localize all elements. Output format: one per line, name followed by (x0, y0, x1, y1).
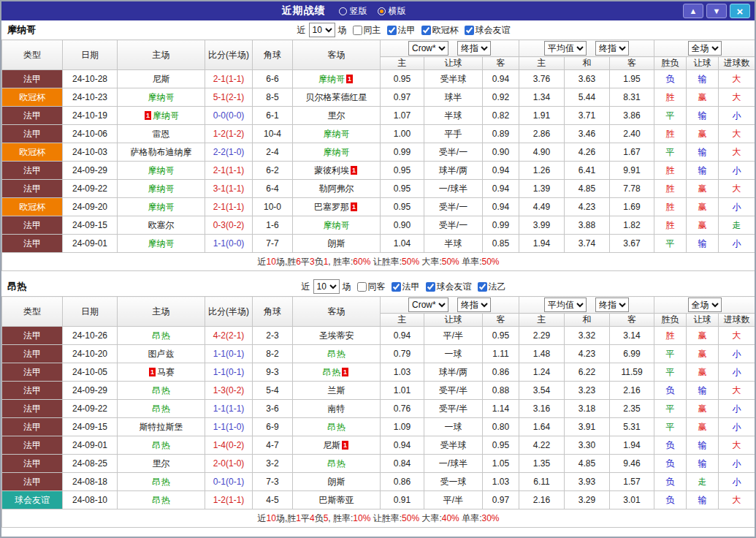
league-filter-3[interactable]: 球会友谊 (465, 24, 511, 37)
avg-select[interactable]: 平均值 (544, 41, 587, 56)
radio-horizontal-layout[interactable]: 横版 (378, 5, 406, 18)
avg-away: 9.46 (610, 455, 654, 473)
corner-count: 6-4 (253, 180, 293, 198)
league-filter-3-input[interactable] (478, 282, 487, 292)
summary-text: 50% (481, 257, 499, 267)
scroll-down-button[interactable]: ▼ (706, 4, 727, 18)
odds-handicap: 受一球 (424, 473, 483, 491)
avg-home: 4.22 (519, 436, 565, 455)
odds-company-select[interactable]: Crow* (408, 298, 448, 312)
avg-away: 3.14 (610, 327, 654, 345)
league-filter-2-input[interactable] (421, 26, 431, 35)
result-goals: 小 (719, 400, 755, 418)
odds-home: 0.97 (381, 88, 424, 107)
away-team: 巴斯蒂亚 (293, 491, 381, 509)
summary-text: 10 (267, 257, 276, 267)
league-filter-3-input[interactable] (465, 26, 474, 35)
result-handicap: 赢 (687, 180, 719, 198)
team-name: 昂热 (328, 422, 345, 432)
match-score: 1-1(0-1) (205, 345, 253, 363)
summary-text: 负 (315, 513, 324, 523)
match-date: 24-08-18 (63, 473, 118, 491)
avg-type-select[interactable]: 终指 (595, 298, 629, 312)
home-team: 雷恩 (118, 125, 205, 143)
summary-text: 大率: (419, 257, 442, 267)
match-date: 24-10-28 (63, 70, 118, 88)
result-goals: 小 (719, 455, 755, 473)
scope-select[interactable]: 全场 (688, 298, 722, 312)
result-goals: 大 (719, 180, 755, 198)
result-outcome: 负 (654, 473, 687, 491)
result-handicap: 赢 (687, 198, 719, 216)
summary-text: 场,胜 (276, 257, 296, 267)
avg-draw: 3.32 (565, 327, 610, 345)
league-filter-2-input[interactable] (426, 282, 435, 292)
result-outcome: 胜 (654, 88, 687, 107)
match-row: 法甲24-10-06雷恩1-2(1-2)10-4摩纳哥1.00平手0.892.8… (2, 125, 755, 143)
team-name: 昂热 (323, 367, 340, 377)
team-name: 摩纳哥 (324, 129, 350, 139)
avg-home: 1.64 (519, 418, 565, 436)
result-outcome: 胜 (654, 125, 687, 143)
red-card-badge: 1 (149, 368, 156, 376)
recent-count-select[interactable]: 10 (313, 279, 340, 294)
odds-handicap: 受半/一 (424, 216, 483, 235)
odds-type-select[interactable]: 终指 (457, 298, 491, 312)
away-team: 昂热 (293, 345, 381, 363)
league-filter-2[interactable]: 欧冠杯 (421, 24, 459, 37)
avg-select[interactable]: 平均值 (544, 298, 587, 312)
recent-count-select[interactable]: 10 (309, 23, 335, 37)
matches-tbody: 法甲24-10-28尼斯2-1(1-1)6-6摩纳哥10.95受半球0.943.… (2, 70, 755, 253)
odds-company-select[interactable]: Crow* (408, 41, 448, 56)
league-filter-2[interactable]: 球会友谊 (426, 281, 472, 293)
home-team: 摩纳哥 (118, 162, 205, 180)
avg-type-select[interactable]: 终指 (595, 41, 629, 56)
scroll-up-button[interactable]: ▲ (683, 4, 703, 18)
result-goals: 大 (719, 436, 755, 455)
league-badge: 球会友谊 (2, 491, 63, 509)
avg-home: 1.39 (519, 180, 565, 198)
match-row: 法甲24-10-191摩纳哥0-0(0-0)6-1里尔1.07半球0.821.9… (2, 107, 755, 125)
avg-draw: 3.29 (565, 491, 610, 509)
match-date: 24-10-19 (63, 107, 118, 125)
same-away-checkbox[interactable]: 同客 (357, 281, 386, 293)
radio-vertical-layout[interactable]: 竖版 (339, 5, 367, 18)
league-filter-1-input[interactable] (392, 282, 401, 292)
close-button[interactable]: × (730, 4, 750, 18)
same-home-input[interactable] (353, 26, 362, 35)
avg-away: 1.82 (610, 216, 654, 235)
avg-home: 1.24 (519, 363, 565, 382)
summary-cell: 近10场,胜1平4负5, 胜率:10% 让胜率:50% 大率:40% 单率:30… (2, 509, 755, 528)
same-away-input[interactable] (357, 282, 367, 292)
odds-handicap: 球半 (424, 88, 483, 107)
summary-text: 50% (402, 513, 419, 523)
league-badge: 法甲 (2, 363, 63, 382)
match-score: 1-1(0-0) (205, 235, 253, 253)
league-filter-1-input[interactable] (387, 26, 397, 35)
scope-select[interactable]: 全场 (688, 41, 722, 56)
team-name: 昂热 (328, 458, 345, 469)
away-team: 摩纳哥 (293, 216, 381, 235)
league-filter-3[interactable]: 法乙 (478, 281, 506, 293)
avg-draw: 3.74 (565, 235, 610, 253)
match-date: 24-10-06 (63, 125, 118, 143)
away-team: 贝尔格莱德红星 (293, 88, 381, 107)
league-badge: 欧冠杯 (2, 143, 63, 162)
league-filter-1[interactable]: 法甲 (392, 281, 420, 293)
result-outcome: 胜 (654, 180, 687, 198)
radio-vertical-label: 竖版 (350, 5, 367, 18)
radio-circle-icon (339, 7, 347, 15)
team-name: 欧塞尔 (148, 220, 175, 230)
team-name: 昂热 (328, 349, 345, 359)
odds-type-select[interactable]: 终指 (457, 41, 491, 56)
odds-home: 1.04 (381, 235, 424, 253)
home-team: 萨格勒布迪纳摩 (118, 143, 205, 162)
odds-handicap: 受半/一 (424, 198, 483, 216)
away-team: 摩纳哥 (293, 125, 381, 143)
team-name: 摩纳哥 (318, 74, 345, 84)
same-home-checkbox[interactable]: 同主 (353, 24, 381, 37)
odds-away: 1.11 (483, 345, 519, 363)
odds-away: 0.94 (483, 70, 519, 88)
odds-handicap: 一球 (424, 345, 483, 363)
league-filter-1[interactable]: 法甲 (387, 24, 416, 37)
